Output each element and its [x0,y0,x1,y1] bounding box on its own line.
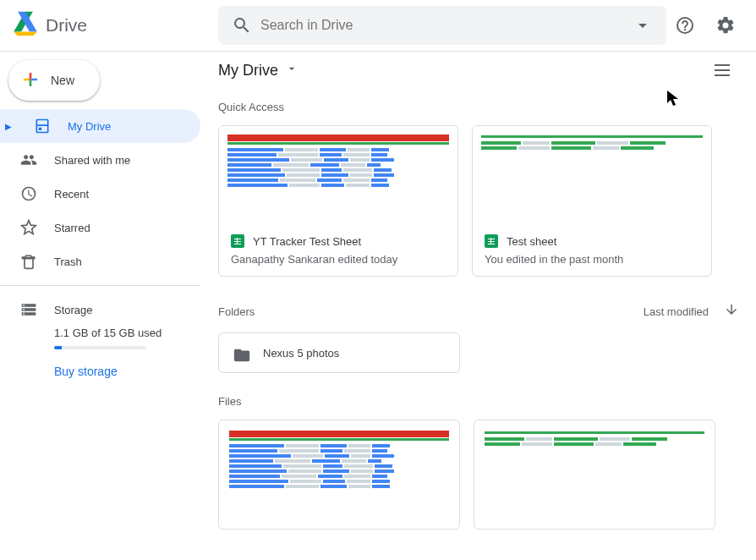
main-pane: My Drive Quick Access [201,52,756,560]
nav-item-storage[interactable]: Storage [0,293,200,327]
star-icon [20,219,37,236]
storage-usage-text: 1.1 GB of 15 GB used [0,327,200,339]
folder-name: Nexus 5 photos [263,347,339,360]
settings-gear-icon[interactable] [709,8,742,42]
sheets-icon [231,234,244,248]
app-shell: New ▶ My Drive Shared with me Recent [0,52,756,560]
new-button[interactable]: New [8,60,100,101]
recent-icon [20,185,37,202]
file-thumbnail [473,126,711,226]
sort-label[interactable]: Last modified [644,305,709,318]
files-row [218,420,739,530]
sheets-icon [485,234,498,248]
file-subtitle: Ganapathy Sankaran edited today [231,253,446,266]
storage-usage-bar [54,346,146,349]
app-name: Drive [46,15,87,36]
brand[interactable]: Drive [12,10,218,41]
nav-item-shared[interactable]: Shared with me [0,143,200,177]
expand-icon[interactable]: ▶ [5,122,14,131]
breadcrumb-label: My Drive [218,62,278,80]
storage-icon [20,301,37,318]
file-thumbnail [219,126,457,226]
folder-item[interactable]: Nexus 5 photos [218,332,460,373]
search-icon[interactable] [225,8,259,42]
folders-header: Folders Last modified [218,302,739,321]
quick-access-card[interactable]: YT Tracker Test Sheet Ganapathy Sankaran… [218,125,458,277]
nav-list: ▶ My Drive Shared with me Recent [0,109,200,278]
search-options-dropdown-icon[interactable] [626,8,660,42]
file-subtitle: You edited in the past month [485,253,699,266]
my-drive-icon [34,118,51,135]
nav-label: Storage [54,304,93,316]
sort-direction-icon[interactable] [724,302,739,321]
sidebar: New ▶ My Drive Shared with me Recent [0,52,201,560]
nav-label: Starred [54,222,90,234]
file-card[interactable] [218,420,460,530]
file-title: Test sheet [507,235,556,248]
buy-storage-link[interactable]: Buy storage [0,365,200,378]
section-quick-access: Quick Access [218,101,739,113]
nav-item-my-drive[interactable]: ▶ My Drive [0,109,200,143]
file-card[interactable] [474,420,715,530]
quick-access-row: YT Tracker Test Sheet Ganapathy Sankaran… [218,125,739,277]
toolbar: My Drive [201,52,756,89]
breadcrumb[interactable]: My Drive [218,62,299,80]
content-area: Quick Access [201,89,756,560]
search-bar [218,6,666,45]
nav-label: My Drive [68,120,111,133]
new-button-label: New [51,74,74,87]
shared-icon [20,151,37,168]
drive-logo-icon [12,10,39,41]
section-files: Files [218,395,739,408]
nav-label: Shared with me [54,154,130,167]
nav-item-starred[interactable]: Starred [0,211,200,244]
folder-icon [233,346,249,360]
nav-label: Recent [54,188,89,200]
divider [0,285,200,286]
dropdown-caret-icon [285,62,299,80]
nav-label: Trash [54,255,82,268]
app-header: Drive [0,0,756,52]
list-view-icon[interactable] [705,53,739,87]
folders-row: Nexus 5 photos [218,332,739,373]
quick-access-card[interactable]: Test sheet You edited in the past month [472,125,712,277]
nav-item-recent[interactable]: Recent [0,177,200,211]
section-folders: Folders [218,305,255,318]
search-input[interactable] [259,17,626,34]
nav-item-trash[interactable]: Trash [0,244,200,278]
header-actions [668,8,742,42]
help-icon[interactable] [668,8,702,42]
plus-icon [20,69,41,92]
trash-icon [20,253,37,270]
file-title: YT Tracker Test Sheet [253,235,361,248]
